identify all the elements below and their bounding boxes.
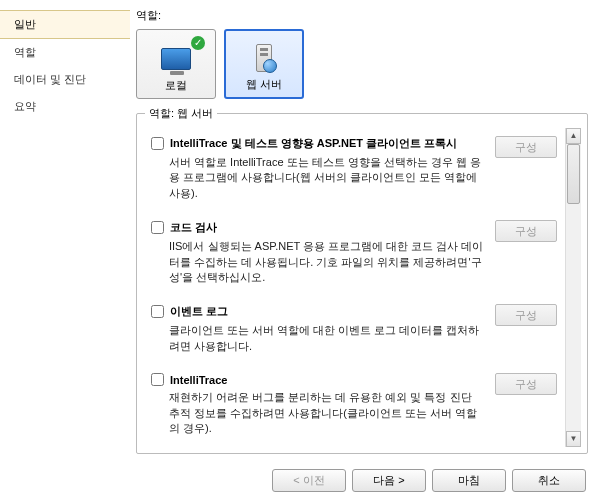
list-item: 코드 검사 IIS에서 실행되는 ASP.NET 응용 프로그램에 대한 코드 … [143,212,565,296]
check-icon: ✓ [191,36,205,50]
item-checkbox-aspnet-proxy[interactable] [151,137,164,150]
configure-button[interactable]: 구성 [495,136,557,158]
scroll-down-icon[interactable]: ▼ [566,431,581,447]
item-desc: 재현하기 어려운 버그를 분리하는 데 유용한 예외 및 특정 진단 추적 정보… [151,390,489,436]
sidebar-item-diagnostics[interactable]: 데이터 및 진단 [0,66,130,93]
scroll-thumb[interactable] [567,144,580,204]
role-tile-label: 로컬 [165,78,187,93]
item-title: IntelliTrace [170,374,227,386]
sidebar: 일반 역할 데이터 및 진단 요약 [0,0,130,460]
sidebar-item-label: 역할 [14,46,36,58]
sidebar-item-label: 데이터 및 진단 [14,73,86,85]
sidebar-item-role[interactable]: 역할 [0,39,130,66]
vertical-scrollbar[interactable]: ▲ ▼ [565,128,581,447]
sidebar-item-label: 요약 [14,100,36,112]
sidebar-item-label: 일반 [14,18,36,30]
role-group-box: 역할: 웹 서버 IntelliTrace 및 테스트 영향용 ASP.NET … [136,113,588,454]
configure-button[interactable]: 구성 [495,373,557,395]
list-item: 이벤트 로그 클라이언트 또는 서버 역할에 대한 이벤트 로그 데이터를 캡처… [143,296,565,365]
prev-button[interactable]: < 이전 [272,469,346,492]
wizard-footer: < 이전 다음 > 마침 취소 [0,460,600,500]
role-tile-webserver[interactable]: 웹 서버 [224,29,304,99]
group-title: 역할: 웹 서버 [145,106,217,121]
item-checkbox-intellitrace[interactable] [151,373,164,386]
next-button[interactable]: 다음 > [352,469,426,492]
item-title: IntelliTrace 및 테스트 영향용 ASP.NET 클라이언트 프록시 [170,136,457,151]
sidebar-item-summary[interactable]: 요약 [0,93,130,120]
globe-icon [263,59,277,73]
diagnostic-list: IntelliTrace 및 테스트 영향용 ASP.NET 클라이언트 프록시… [143,128,565,447]
server-icon [246,43,282,73]
cancel-button[interactable]: 취소 [512,469,586,492]
configure-button[interactable]: 구성 [495,220,557,242]
monitor-icon [158,44,194,74]
content-pane: 역할: ✓ 로컬 웹 서버 역할: 웹 서버 [130,0,600,460]
list-item: IntelliTrace 재현하기 어려운 버그를 분리하는 데 유용한 예외 … [143,365,565,447]
item-desc: 서버 역할로 IntelliTrace 또는 테스트 영향을 선택하는 경우 웹… [151,155,489,201]
configure-button[interactable]: 구성 [495,304,557,326]
item-title: 이벤트 로그 [170,304,228,319]
sidebar-item-general[interactable]: 일반 [0,10,130,39]
item-title: 코드 검사 [170,220,217,235]
item-desc: 클라이언트 또는 서버 역할에 대한 이벤트 로그 데이터를 캡처하려면 사용합… [151,323,489,354]
scroll-up-icon[interactable]: ▲ [566,128,581,144]
item-checkbox-event-log[interactable] [151,305,164,318]
finish-button[interactable]: 마침 [432,469,506,492]
role-tile-local[interactable]: ✓ 로컬 [136,29,216,99]
item-checkbox-code-coverage[interactable] [151,221,164,234]
role-tile-label: 웹 서버 [246,77,282,92]
roles-header: 역할: [136,8,588,23]
role-tiles: ✓ 로컬 웹 서버 [136,29,588,99]
list-item: IntelliTrace 및 테스트 영향용 ASP.NET 클라이언트 프록시… [143,128,565,212]
item-desc: IIS에서 실행되는 ASP.NET 응용 프로그램에 대한 코드 검사 데이터… [151,239,489,285]
